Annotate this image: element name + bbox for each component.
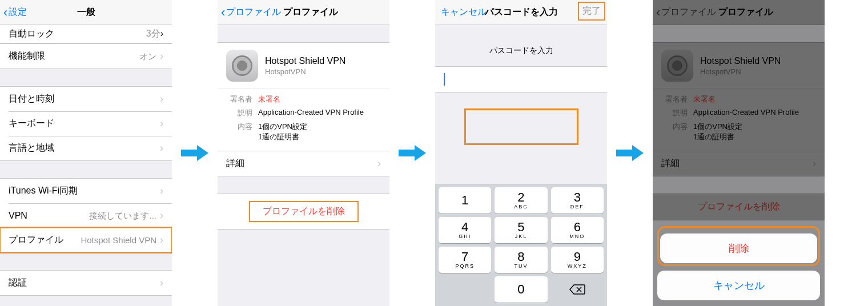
keypad-3[interactable]: 3DEF <box>551 187 604 214</box>
row-restrictions[interactable]: 機能制限 オン› <box>0 44 172 69</box>
navbar: キャンセル パスコードを入力 完了 <box>435 0 607 25</box>
keypad-2[interactable]: 2ABC <box>495 187 547 214</box>
keypad-5[interactable]: 5JKL <box>495 217 547 243</box>
chevron-right-icon: › <box>160 118 163 130</box>
back-button[interactable]: ‹ 設定 <box>0 6 27 19</box>
keypad-1[interactable]: 1 <box>439 187 491 214</box>
nav-title: プロファイル <box>283 6 338 18</box>
row-profile[interactable]: プロファイル Hotspot Shield VPN› <box>0 228 172 252</box>
chevron-right-icon: › <box>160 50 163 62</box>
passcode-prompt: パスコードを入力 <box>435 25 607 66</box>
back-button[interactable]: ‹ プロファイル <box>218 6 281 19</box>
keypad-9[interactable]: 9WXYZ <box>551 247 604 273</box>
keypad-7[interactable]: 7PQRS <box>439 247 491 273</box>
chevron-left-icon: ‹ <box>3 6 7 19</box>
cancel-button[interactable]: キャンセル <box>435 6 487 18</box>
passcode-input[interactable] <box>435 66 607 92</box>
row-autolock-partial[interactable]: 自動ロック 3分› <box>0 25 172 43</box>
keypad-blank <box>439 276 491 303</box>
screen-passcode-entry: キャンセル パスコードを入力 完了 パスコードを入力 1 2ABC 3DEF 4… <box>435 0 607 306</box>
highlight-box <box>464 108 578 145</box>
done-button[interactable]: 完了 <box>578 2 605 21</box>
description-value: Application-Created VPN Profile <box>258 108 364 118</box>
svg-marker-2 <box>616 145 644 161</box>
back-label: 設定 <box>9 6 27 18</box>
profile-name: Hotspot Shield VPN <box>265 56 345 66</box>
profile-meta: 署名者未署名 説明Application-Created VPN Profile… <box>218 88 389 151</box>
chevron-right-icon: › <box>160 185 163 197</box>
row-auth[interactable]: 認証 › <box>0 271 172 295</box>
step-arrow-icon <box>389 0 435 306</box>
numeric-keypad: 1 2ABC 3DEF 4GHI 5JKL 6MNO 7PQRS 8TUV 9W… <box>435 184 607 306</box>
row-vpn[interactable]: VPN 接続しています...› <box>0 203 172 228</box>
screen-general-settings: ‹ 設定 一般 自動ロック 3分› 機能制限 オン› 日付と時刻 › キーボード… <box>0 0 172 306</box>
svg-marker-1 <box>399 145 426 161</box>
chevron-right-icon: › <box>160 29 163 38</box>
signer-value: 未署名 <box>258 94 280 104</box>
row-datetime[interactable]: 日付と時刻 › <box>0 87 172 111</box>
row-itunes-wifi[interactable]: iTunes Wi-Fi同期 › <box>0 179 172 203</box>
screen-confirm-delete: ‹ プロファイル プロファイル Hotspot Shield VPN Hotsp… <box>653 0 825 306</box>
profile-publisher: HotspotVPN <box>265 67 345 76</box>
profile-gear-icon <box>226 50 258 82</box>
chevron-right-icon: › <box>160 142 163 154</box>
chevron-right-icon: › <box>160 210 163 221</box>
keypad-4[interactable]: 4GHI <box>439 217 491 243</box>
sheet-cancel-button[interactable]: キャンセル <box>657 271 820 300</box>
backspace-icon <box>569 284 585 295</box>
chevron-right-icon: › <box>160 93 163 105</box>
svg-marker-0 <box>181 145 208 161</box>
chevron-right-icon: › <box>160 234 163 245</box>
keypad-0[interactable]: 0 <box>495 276 547 303</box>
keypad-8[interactable]: 8TUV <box>495 247 547 273</box>
navbar: ‹ プロファイル プロファイル <box>218 0 389 25</box>
row-language[interactable]: 言語と地域 › <box>0 136 172 160</box>
screen-profile-detail: ‹ プロファイル プロファイル Hotspot Shield VPN Hotsp… <box>218 0 389 306</box>
chevron-right-icon: › <box>377 158 381 170</box>
step-arrow-icon <box>172 0 218 306</box>
navbar: ‹ 設定 一般 <box>0 0 172 25</box>
keypad-6[interactable]: 6MNO <box>551 217 604 243</box>
delete-profile-button[interactable]: プロファイルを削除 <box>218 194 389 229</box>
confirm-delete-button[interactable]: 削除 <box>660 233 817 263</box>
chevron-right-icon: › <box>160 277 163 289</box>
step-arrow-icon <box>607 0 653 306</box>
action-sheet: 削除 キャンセル <box>657 226 820 300</box>
highlight-box: 削除 <box>657 226 820 266</box>
profile-header: Hotspot Shield VPN HotspotVPN <box>218 43 389 88</box>
row-keyboard[interactable]: キーボード › <box>0 111 172 136</box>
text-cursor <box>444 73 445 86</box>
row-details[interactable]: 詳細 › <box>218 151 389 176</box>
chevron-left-icon: ‹ <box>221 6 225 19</box>
keypad-backspace[interactable] <box>551 276 604 303</box>
